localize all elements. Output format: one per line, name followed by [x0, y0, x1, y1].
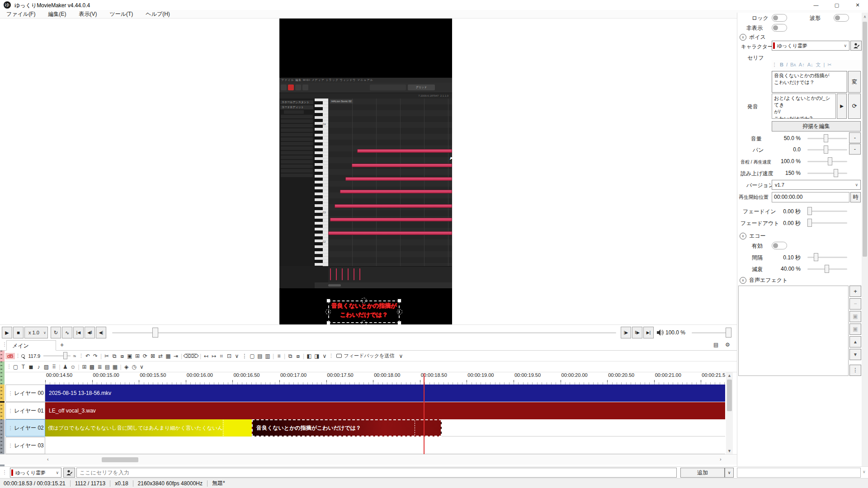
gear-icon[interactable]: ⚙ [725, 342, 730, 348]
pronunciation-regenerate-button[interactable]: ⟳ [848, 94, 861, 119]
seek-end-button[interactable]: ▶| [643, 327, 654, 338]
echo-interval-slider[interactable] [807, 257, 847, 258]
voice-section-header[interactable]: ∧ ボイス [740, 33, 766, 41]
pan-slider[interactable] [807, 149, 847, 150]
toolbar-icon[interactable]: ⇥ [172, 351, 179, 361]
seek-slider[interactable] [112, 332, 616, 333]
media-toolbar-icon[interactable]: ◈ [123, 362, 130, 372]
media-toolbar-icon[interactable]: ⠿ [50, 362, 58, 372]
layer-header-00[interactable]: ⋮レイヤー 00 [5, 385, 45, 402]
pan-minus-button[interactable]: - [849, 144, 861, 155]
menu-item[interactable]: ヘルプ(H) [139, 10, 176, 19]
speech-rate-slider[interactable] [807, 173, 847, 174]
hidden-toggle[interactable] [772, 24, 787, 32]
vscroll-thumb[interactable] [727, 380, 732, 411]
drag-handle-icon[interactable]: ⋮ [8, 425, 13, 431]
resize-handle[interactable] [326, 299, 330, 303]
layer-header-02[interactable]: ⋮レイヤー 02 [5, 419, 45, 436]
media-toolbar-icon[interactable]: ☺ [69, 362, 77, 372]
character-edit-button[interactable] [63, 468, 75, 478]
convert-button[interactable]: 変 [848, 71, 861, 93]
voice-preset-field[interactable] [737, 468, 861, 478]
tab-main[interactable]: メイン [6, 340, 56, 351]
scroll-right-icon[interactable]: › [720, 456, 722, 462]
audio-effects-list[interactable] [738, 286, 849, 376]
toolbar-icon[interactable]: ⊡ [225, 351, 233, 361]
media-toolbar-icon[interactable]: ▤ [104, 362, 111, 372]
effect-save-button[interactable]: ▣ [849, 311, 861, 322]
edit-intonation-button[interactable]: 抑揚を編集 [772, 121, 861, 131]
media-toolbar-icon[interactable]: ▩ [88, 362, 96, 372]
loop-button[interactable]: ↻ [51, 327, 61, 338]
media-toolbar-icon[interactable]: ⊞ [80, 362, 88, 372]
toolbar-icon[interactable]: ↶ [84, 351, 91, 361]
resize-handle[interactable] [326, 309, 331, 314]
toolbar-icon[interactable]: ⧇ [118, 351, 126, 361]
start-position-input[interactable]: 00:00:00.00 [772, 192, 849, 202]
subtitle-selection-box[interactable]: 音良くないとかの指摘が こわいだけでは？ [328, 300, 400, 323]
media-toolbar-icon[interactable]: ∨ [138, 362, 146, 372]
media-toolbar-icon[interactable]: ◼ [27, 362, 35, 372]
scroll-up-icon[interactable]: ▲ [726, 373, 733, 378]
toolbar-icon[interactable]: ↦ [210, 351, 217, 361]
media-toolbar-icon[interactable]: ▦ [111, 362, 119, 372]
version-select[interactable]: v1.7 ∨ [772, 180, 861, 190]
toolbar-icon[interactable]: ▦ [164, 351, 172, 361]
toolbar-icon[interactable]: ◧ [305, 351, 313, 361]
volume-slider[interactable] [807, 138, 847, 139]
add-tab-button[interactable]: + [60, 341, 64, 348]
stop-button[interactable]: ■ [13, 327, 24, 338]
add-serif-button[interactable]: 追加 [680, 468, 725, 478]
layer-header-03[interactable]: ⋮レイヤー 03 [5, 437, 45, 454]
layer-track-01[interactable]: LE_off vocal_3.wav [45, 402, 725, 419]
toolbar-icon[interactable]: ⟳ [141, 351, 149, 361]
effect-move-down-button[interactable]: ▼ [849, 349, 861, 360]
toolbar-icon[interactable]: ↤ [202, 351, 210, 361]
toolbar-icon[interactable]: ⊠ [149, 351, 156, 361]
clip-voice-yellow-tail[interactable] [223, 420, 251, 436]
drag-handle-icon[interactable]: ⋮ [2, 469, 7, 475]
toolbar-icon[interactable]: ▣ [126, 351, 133, 361]
add-options-chevron[interactable]: ∨ [725, 468, 734, 478]
toolbar-icon[interactable]: ⌗ [217, 351, 225, 361]
clip-voice-selected[interactable]: 音良くないとかの指摘がこわいだけでは？ [252, 419, 442, 436]
character-select[interactable]: ゆっくり霊夢 ∨ [772, 41, 849, 51]
toolbar-icon[interactable]: | [99, 351, 103, 361]
fade-in-slider[interactable] [807, 211, 847, 212]
drag-handle-icon[interactable]: ⋮ [15, 353, 20, 359]
toolbar-icon[interactable]: ✂ [103, 351, 110, 361]
menu-item[interactable]: 編集(E) [42, 10, 72, 19]
toolbar-icon[interactable]: ↷ [91, 351, 99, 361]
timeline-ruler[interactable]: 00:00:14.5000:00:15.0000:00:15.5000:00:1… [45, 372, 725, 385]
toolbar-icon[interactable]: ⊞ [133, 351, 141, 361]
prev-frame-button[interactable]: ◀‖ [85, 327, 95, 338]
toolbar-icon[interactable]: | [198, 351, 202, 361]
format-icon[interactable]: Bᴀ [790, 62, 796, 67]
layer-track-03[interactable] [45, 437, 725, 454]
timeline-hscrollbar[interactable]: ‹ › [0, 454, 737, 465]
chevron-down-icon[interactable]: ≈ [71, 351, 78, 361]
waveform-toggle[interactable] [834, 14, 849, 22]
drag-handle-icon[interactable]: ⋮ [772, 62, 777, 68]
scroll-up-icon[interactable]: ∧ [862, 14, 868, 19]
toolbar-icon[interactable]: ⌦ [191, 351, 198, 361]
toolbar-icon[interactable]: ≡ [275, 351, 283, 361]
menu-item[interactable]: ファイル(F) [0, 10, 42, 19]
resize-handle[interactable] [397, 309, 402, 314]
toolbar-icon[interactable]: ⧉ [286, 351, 294, 361]
effect-more-button[interactable]: ⋮ [849, 365, 861, 376]
audio-effects-section-header[interactable]: ∧ 音声エフェクト [740, 277, 788, 284]
seek-slider-thumb[interactable] [152, 328, 158, 338]
clip-audio[interactable]: LE_off vocal_3.wav [45, 402, 725, 419]
format-icon[interactable]: 文 [816, 61, 821, 68]
menu-item[interactable]: ツール(T) [103, 10, 139, 19]
toolbar-icon[interactable]: ⌫ [183, 351, 191, 361]
toolbar-icon[interactable]: | [302, 351, 305, 361]
scroll-down-icon[interactable]: ▼ [726, 449, 733, 453]
chevron-down-icon[interactable]: ∨ [863, 469, 866, 474]
format-icon[interactable]: A↓ [807, 62, 813, 67]
media-toolbar-icon[interactable]: ♪ [35, 362, 42, 372]
volume-slider-thumb[interactable] [726, 328, 731, 338]
drag-handle-icon[interactable]: ⋮ [8, 390, 13, 396]
echo-enabled-toggle[interactable] [772, 242, 787, 249]
